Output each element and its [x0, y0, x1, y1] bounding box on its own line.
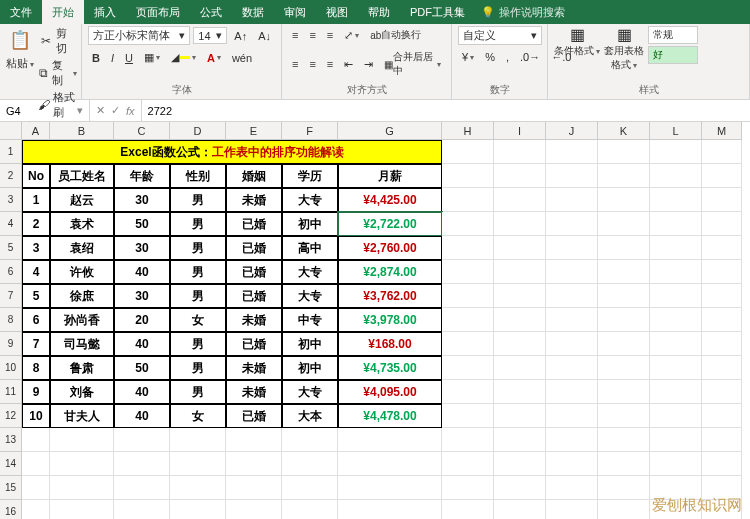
- data-cell[interactable]: 30: [114, 188, 170, 212]
- data-cell[interactable]: 4: [22, 260, 50, 284]
- row-header-10[interactable]: 10: [0, 356, 22, 380]
- formula-input[interactable]: 2722: [142, 105, 750, 117]
- percent-button[interactable]: %: [481, 49, 499, 65]
- data-cell[interactable]: 初中: [282, 356, 338, 380]
- paste-icon[interactable]: 📋: [6, 26, 34, 54]
- data-cell[interactable]: 中专: [282, 308, 338, 332]
- conditional-format-button[interactable]: 条件格式: [554, 44, 600, 58]
- data-cell[interactable]: 已婚: [226, 212, 282, 236]
- data-cell[interactable]: 已婚: [226, 404, 282, 428]
- align-center-button[interactable]: ≡: [305, 56, 319, 72]
- data-cell[interactable]: 男: [170, 236, 226, 260]
- data-cell[interactable]: 大专: [282, 260, 338, 284]
- tab-layout[interactable]: 页面布局: [126, 0, 190, 24]
- row-header-12[interactable]: 12: [0, 404, 22, 428]
- col-header-A[interactable]: A: [22, 122, 50, 140]
- tab-pdf[interactable]: PDF工具集: [400, 0, 475, 24]
- row-header-2[interactable]: 2: [0, 164, 22, 188]
- row-header-8[interactable]: 8: [0, 308, 22, 332]
- data-cell[interactable]: 初中: [282, 332, 338, 356]
- row-header-15[interactable]: 15: [0, 476, 22, 500]
- increase-indent-button[interactable]: ⇥: [360, 56, 377, 73]
- col-header-G[interactable]: G: [338, 122, 442, 140]
- data-cell[interactable]: ¥2,760.00: [338, 236, 442, 260]
- data-cell[interactable]: 男: [170, 260, 226, 284]
- row-header-14[interactable]: 14: [0, 452, 22, 476]
- data-cell[interactable]: ¥4,735.00: [338, 356, 442, 380]
- bold-button[interactable]: B: [88, 50, 104, 66]
- cells-area[interactable]: Excel函数公式：工作表中的排序功能解读No员工姓名年龄性别婚姻学历月薪1赵云…: [22, 140, 742, 519]
- row-header-4[interactable]: 4: [0, 212, 22, 236]
- row-header-6[interactable]: 6: [0, 260, 22, 284]
- col-header-C[interactable]: C: [114, 122, 170, 140]
- data-cell[interactable]: ¥2,722.00: [338, 212, 442, 236]
- header-cell[interactable]: 员工姓名: [50, 164, 114, 188]
- font-family-select[interactable]: 方正小标宋简体▾: [88, 26, 190, 45]
- spreadsheet-grid[interactable]: ABCDEFGHIJKLM 12345678910111213141516 Ex…: [0, 122, 750, 519]
- header-cell[interactable]: 年龄: [114, 164, 170, 188]
- data-cell[interactable]: 男: [170, 212, 226, 236]
- align-left-button[interactable]: ≡: [288, 56, 302, 72]
- cut-button[interactable]: ✂剪切: [38, 26, 77, 56]
- data-cell[interactable]: ¥4,425.00: [338, 188, 442, 212]
- data-cell[interactable]: 未婚: [226, 308, 282, 332]
- data-cell[interactable]: 未婚: [226, 356, 282, 380]
- header-cell[interactable]: No: [22, 164, 50, 188]
- data-cell[interactable]: 20: [114, 308, 170, 332]
- data-cell[interactable]: 已婚: [226, 284, 282, 308]
- row-header-1[interactable]: 1: [0, 140, 22, 164]
- wrap-text-button[interactable]: ab 自动换行: [366, 26, 425, 44]
- name-box[interactable]: G4▾: [0, 100, 90, 121]
- data-cell[interactable]: 8: [22, 356, 50, 380]
- data-cell[interactable]: 已婚: [226, 260, 282, 284]
- row-header-3[interactable]: 3: [0, 188, 22, 212]
- data-cell[interactable]: 孙尚香: [50, 308, 114, 332]
- col-header-B[interactable]: B: [50, 122, 114, 140]
- header-cell[interactable]: 学历: [282, 164, 338, 188]
- header-cell[interactable]: 性别: [170, 164, 226, 188]
- cancel-formula-button[interactable]: ✕: [96, 104, 105, 117]
- fill-color-button[interactable]: ◢: [167, 49, 200, 66]
- tab-view[interactable]: 视图: [316, 0, 358, 24]
- italic-button[interactable]: I: [107, 50, 118, 66]
- data-cell[interactable]: 鲁肃: [50, 356, 114, 380]
- data-cell[interactable]: ¥4,095.00: [338, 380, 442, 404]
- tab-insert[interactable]: 插入: [84, 0, 126, 24]
- data-cell[interactable]: 3: [22, 236, 50, 260]
- table-format-button[interactable]: 套用表格格式: [604, 44, 644, 72]
- data-cell[interactable]: 许攸: [50, 260, 114, 284]
- data-cell[interactable]: 50: [114, 356, 170, 380]
- data-cell[interactable]: 徐庶: [50, 284, 114, 308]
- data-cell[interactable]: ¥3,762.00: [338, 284, 442, 308]
- data-cell[interactable]: 5: [22, 284, 50, 308]
- data-cell[interactable]: 男: [170, 284, 226, 308]
- increase-font-button[interactable]: A↑: [230, 28, 251, 44]
- header-cell[interactable]: 月薪: [338, 164, 442, 188]
- merge-center-button[interactable]: ▦ 合并后居中: [380, 48, 445, 80]
- data-cell[interactable]: 大专: [282, 188, 338, 212]
- data-cell[interactable]: ¥3,978.00: [338, 308, 442, 332]
- data-cell[interactable]: 未婚: [226, 188, 282, 212]
- data-cell[interactable]: 大专: [282, 380, 338, 404]
- data-cell[interactable]: 男: [170, 380, 226, 404]
- data-cell[interactable]: 1: [22, 188, 50, 212]
- comma-button[interactable]: ,: [502, 49, 513, 65]
- font-size-select[interactable]: 14▾: [193, 27, 227, 44]
- row-header-7[interactable]: 7: [0, 284, 22, 308]
- align-right-button[interactable]: ≡: [323, 56, 337, 72]
- data-cell[interactable]: 40: [114, 404, 170, 428]
- data-cell[interactable]: 男: [170, 356, 226, 380]
- col-header-F[interactable]: F: [282, 122, 338, 140]
- data-cell[interactable]: 男: [170, 332, 226, 356]
- data-cell[interactable]: 7: [22, 332, 50, 356]
- data-cell[interactable]: 2: [22, 212, 50, 236]
- data-cell[interactable]: 袁术: [50, 212, 114, 236]
- paste-button[interactable]: 粘贴: [6, 56, 34, 71]
- underline-button[interactable]: U: [121, 50, 137, 66]
- data-cell[interactable]: 初中: [282, 212, 338, 236]
- data-cell[interactable]: ¥2,874.00: [338, 260, 442, 284]
- row-header-13[interactable]: 13: [0, 428, 22, 452]
- col-header-D[interactable]: D: [170, 122, 226, 140]
- cell-style-good[interactable]: 好: [648, 46, 698, 64]
- data-cell[interactable]: 30: [114, 284, 170, 308]
